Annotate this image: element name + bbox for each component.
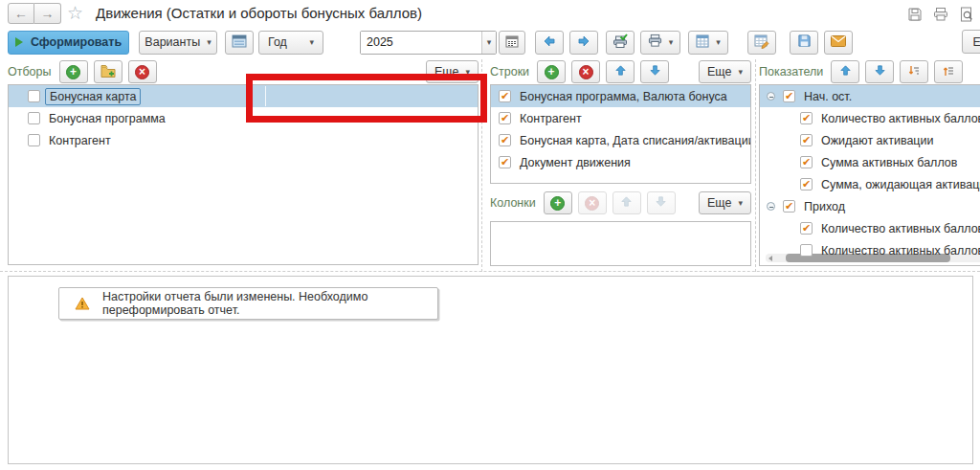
checkbox[interactable] [800,222,813,235]
item-label: Количество активных баллов [821,222,980,235]
checkbox[interactable] [800,244,813,257]
indicator-row[interactable]: Сумма активных баллов [760,151,980,173]
level-down-icon [907,64,921,80]
level-up-icon-button[interactable] [934,60,963,83]
grid-view-button[interactable]: ▾ [688,31,728,55]
arrow-down-icon [874,64,886,79]
indicator-row[interactable]: Сумма, ожидающая активации [760,173,980,195]
rows-delete-button[interactable]: × [571,60,600,83]
title-bar: ← → ☆ Движения (Остатки и обороты бонусн… [0,0,980,28]
item-label: Количество активных баллов (По [821,244,980,257]
rows-more-button[interactable]: Еще ▾ [699,60,751,83]
checkbox[interactable] [499,112,511,124]
year-input[interactable] [361,32,481,54]
rows-move-down-button[interactable] [640,60,669,83]
next-period-button[interactable] [569,31,598,55]
filters-delete-button[interactable]: × [128,60,157,83]
favorite-star-icon[interactable]: ☆ [67,2,83,24]
expander-icon[interactable] [767,92,775,101]
checkbox[interactable] [800,134,813,146]
period-kind-button[interactable]: Год ▾ [258,31,323,55]
item-label: Бонусная карта, Дата списания/активации … [520,134,751,147]
indicator-row[interactable]: Ожидают активации [760,129,980,151]
item-label: Приход [804,200,845,213]
checkbox[interactable] [783,90,795,102]
indicator-row[interactable]: Количество активных баллов (По [760,239,980,261]
arrow-up-icon [614,64,627,79]
print-preview-icon[interactable] [959,7,974,22]
checkbox[interactable] [783,200,795,213]
filters-section: Отборы + × Еще ▾ Бонусная карта [8,59,479,265]
columns-add-button[interactable]: + [544,191,572,214]
generate-button[interactable]: Сформировать [8,31,129,55]
indicators-tree: Нач. ост. Количество активных баллов Ожи… [759,84,980,266]
filters-list: Бонусная карта Бонусная программа Контра… [8,84,479,265]
filters-add-button[interactable]: + [59,60,88,83]
checkbox[interactable] [28,112,40,124]
checkbox[interactable] [800,178,813,190]
columns-delete-button[interactable]: × [578,191,607,214]
envelope-icon [831,35,846,50]
filters-toolbar: Отборы + × Еще ▾ [8,59,479,84]
row-grouping-item[interactable]: Контрагент [491,107,750,129]
filters-more-button[interactable]: Еще ▾ [426,60,479,83]
settings-panel-button[interactable] [225,31,254,55]
row-grouping-item[interactable]: Документ движения [491,151,750,173]
arrow-right-icon [577,34,590,51]
splitter-horizontal[interactable] [0,271,980,272]
more-label: Еще [707,196,731,210]
checkbox[interactable] [499,134,511,146]
rows-move-up-button[interactable] [606,60,635,83]
indicator-row[interactable]: Количество активных баллов [760,107,980,129]
level-down-icon-button[interactable] [900,60,928,83]
calendar-button[interactable] [499,31,525,55]
plus-icon: + [545,65,559,79]
checkbox[interactable] [28,134,40,146]
indicator-row[interactable]: Нач. ост. [760,85,980,107]
print-button[interactable]: ▾ [640,31,680,55]
print-icon[interactable] [933,7,948,22]
splitter-vertical-2[interactable] [755,59,756,272]
checkbox[interactable] [28,90,40,102]
filter-row[interactable]: Контрагент [9,129,478,151]
indicator-row[interactable]: Количество активных баллов [760,217,980,239]
checkbox[interactable] [499,90,511,102]
forward-button[interactable]: → [34,3,61,24]
columns-move-up-button[interactable] [612,191,641,214]
toolbar-more-button[interactable]: Еще ▾ [962,30,980,54]
print-check-button[interactable] [606,31,635,55]
table-edit-button[interactable] [747,31,776,55]
panel-icon [232,34,247,51]
columns-move-down-button[interactable] [647,191,676,214]
row-grouping-item[interactable]: Бонусная карта, Дата списания/активации … [491,129,750,151]
rows-add-button[interactable]: + [537,60,566,83]
indicators-move-down-button[interactable] [865,60,894,83]
year-dropdown-button[interactable]: ▾ [481,32,496,54]
checkbox[interactable] [499,156,511,168]
save-icon[interactable] [907,7,923,22]
save-settings-button[interactable] [790,31,818,55]
item-label: Бонусная карта [45,88,141,105]
item-label: Бонусная программа [49,112,166,125]
folder-add-icon [100,64,116,80]
rows-toolbar: Строки + × Еще ▾ [490,59,751,84]
filter-row[interactable]: Бонусная карта [9,85,478,107]
mail-button[interactable] [824,31,853,55]
filters-add-group-button[interactable] [94,60,122,83]
back-button[interactable]: ← [8,3,34,24]
calendar-icon [505,34,519,51]
filter-row[interactable]: Бонусная программа [9,107,478,129]
item-label: Количество активных баллов [821,112,980,125]
expander-icon[interactable] [767,202,775,211]
checkbox[interactable] [800,156,813,168]
previous-period-button[interactable] [535,31,564,55]
splitter-vertical-1[interactable] [481,59,482,272]
row-grouping-item[interactable]: Бонусная программа, Валюта бонуса [491,85,750,107]
variants-button[interactable]: Варианты ▾ [139,31,217,55]
columns-more-button[interactable]: Еще ▾ [699,191,751,214]
indicator-row[interactable]: Приход [760,195,980,217]
arrow-down-icon [655,195,667,211]
checkbox[interactable] [800,112,813,124]
indicators-move-up-button[interactable] [831,60,859,83]
grid-icon [696,34,709,51]
